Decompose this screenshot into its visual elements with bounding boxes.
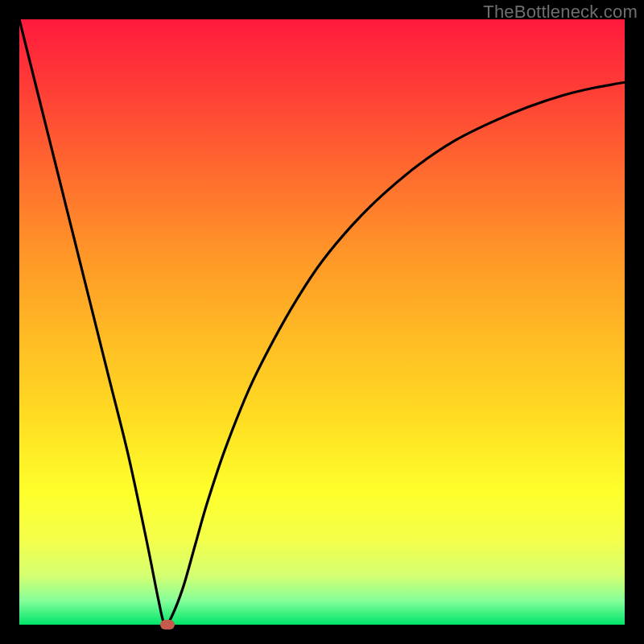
chart-plot-area: [19, 19, 625, 625]
bottleneck-chart: [19, 19, 625, 625]
bottleneck-curve-path: [19, 19, 625, 625]
optimum-marker: [160, 620, 175, 630]
